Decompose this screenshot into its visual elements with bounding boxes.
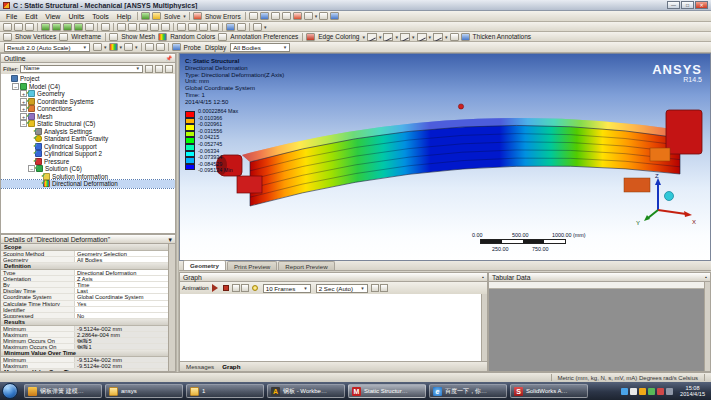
- tab-print-preview[interactable]: Print Preview: [227, 261, 277, 270]
- menu-units[interactable]: Units: [64, 13, 88, 20]
- probe-button[interactable]: Probe: [184, 44, 201, 51]
- details-value[interactable]: Time: [75, 282, 168, 287]
- show-errors-button[interactable]: Show Errors: [205, 13, 241, 20]
- face-filter-icon[interactable]: [63, 23, 72, 31]
- single-select-icon[interactable]: [25, 23, 34, 31]
- taskbar-clock[interactable]: 15:08 2014/4/15: [680, 385, 705, 397]
- extend-selection-icon[interactable]: [85, 23, 94, 31]
- selection-info-icon[interactable]: [330, 12, 339, 20]
- viewports-icon[interactable]: [237, 23, 246, 31]
- iso-ball[interactable]: [665, 192, 674, 201]
- display-select[interactable]: All Bodies▾: [230, 43, 290, 52]
- frame-forward-icon[interactable]: [241, 284, 249, 292]
- tab-graph[interactable]: Graph: [222, 363, 240, 370]
- tree-item-static-structural-c5-[interactable]: −✓Static Structural (C5): [1, 120, 175, 128]
- min-probe-icon[interactable]: [145, 43, 154, 51]
- edge-direction-icon-2[interactable]: [383, 33, 393, 41]
- coordinate-pick-icon[interactable]: [101, 23, 110, 31]
- minimize-button[interactable]: —: [667, 1, 680, 9]
- annotation-icon[interactable]: [271, 12, 280, 20]
- stop-button[interactable]: [223, 285, 229, 291]
- details-value[interactable]: -9.5124e-002 mm: [75, 326, 168, 331]
- rotate-icon[interactable]: [117, 23, 126, 31]
- show-vertices-icon[interactable]: [3, 33, 12, 41]
- details-value[interactable]: Geometry Selection: [75, 251, 168, 256]
- thicken-annotations-button[interactable]: Thicken Annotations: [473, 33, 532, 40]
- frames-select[interactable]: 10 Frames▾: [263, 284, 311, 293]
- worksheet-icon[interactable]: [319, 12, 328, 20]
- tray-icon[interactable]: [648, 388, 655, 395]
- solve-button[interactable]: Solve: [164, 13, 180, 20]
- graph-pin-icon[interactable]: ▪: [482, 273, 484, 282]
- contours-icon[interactable]: [109, 43, 118, 51]
- orientation-triad[interactable]: Z X Y: [628, 172, 698, 227]
- edge-coloring-button[interactable]: Edge Coloring: [318, 33, 359, 40]
- details-value[interactable]: All Bodies: [75, 257, 168, 262]
- view-options-icon[interactable]: [253, 23, 262, 31]
- geometry-display-icon[interactable]: [93, 43, 102, 51]
- tabular-body[interactable]: [488, 282, 711, 372]
- filter-search-icon[interactable]: [155, 65, 163, 73]
- thicken-annotations-icon[interactable]: [461, 33, 470, 41]
- tree-item-project[interactable]: Project: [1, 75, 175, 83]
- edge-direction-icon-3[interactable]: [400, 33, 410, 41]
- edge-direction-icon-4[interactable]: [417, 33, 427, 41]
- menu-file[interactable]: File: [2, 13, 21, 20]
- maximize-button[interactable]: □: [681, 1, 694, 9]
- new-section-plane-icon[interactable]: [249, 12, 258, 20]
- alert-icon[interactable]: [293, 12, 302, 20]
- taskbar-button-workbench[interactable]: A钢板 - Workbe…: [267, 384, 345, 398]
- filter-name-select[interactable]: Name▾: [20, 65, 143, 73]
- details-help-icon[interactable]: ▾: [169, 235, 172, 244]
- title-bar[interactable]: C : Static Structural - Mechanical [ANSY…: [0, 0, 711, 11]
- taskbar-button-2[interactable]: ansys: [105, 384, 183, 398]
- close-button[interactable]: ✕: [695, 1, 708, 9]
- tree-item-directional-deformation[interactable]: ✓Directional Deformation: [1, 180, 175, 188]
- zoom-in-icon[interactable]: [139, 23, 148, 31]
- show-mesh-button[interactable]: Show Mesh: [121, 33, 155, 40]
- wireframe-button[interactable]: Wireframe: [71, 33, 101, 40]
- tree-item-standard-earth-gravity[interactable]: ✓Standard Earth Gravity: [1, 135, 175, 143]
- frame-back-icon[interactable]: [232, 284, 240, 292]
- tray-icon[interactable]: [657, 388, 664, 395]
- menu-edit[interactable]: Edit: [21, 13, 41, 20]
- edge-direction-icon-1[interactable]: [367, 33, 377, 41]
- show-vertices-button[interactable]: Show Vertices: [15, 33, 56, 40]
- magnifier-icon[interactable]: [188, 23, 197, 31]
- duration-select[interactable]: 2 Sec (Auto)▾: [316, 284, 368, 293]
- details-value[interactable]: 钢板5: [75, 338, 168, 343]
- box-select-icon[interactable]: [14, 23, 23, 31]
- wireframe-icon[interactable]: [59, 33, 68, 41]
- image-dropdown-caret[interactable]: ▾: [315, 13, 318, 19]
- vertex-filter-icon[interactable]: [41, 23, 50, 31]
- previous-view-icon[interactable]: [199, 23, 208, 31]
- body-filter-icon[interactable]: [74, 23, 83, 31]
- refresh-icon[interactable]: [141, 12, 150, 20]
- details-value[interactable]: Z Axis: [75, 276, 168, 281]
- edge-coloring-caret[interactable]: ▾: [362, 34, 365, 40]
- tray-icon[interactable]: [621, 388, 628, 395]
- details-value[interactable]: 2.2864e-004 mm: [75, 332, 168, 337]
- tree-item-analysis-settings[interactable]: ✓Analysis Settings: [1, 128, 175, 136]
- edges-display-icon[interactable]: [124, 43, 133, 51]
- select-mode-icon[interactable]: [3, 23, 12, 31]
- right-eye-support[interactable]: [666, 110, 702, 154]
- annotation-preferences-button[interactable]: Annotation Preferences: [230, 33, 298, 40]
- tab-messages[interactable]: Messages: [186, 363, 214, 370]
- details-scrollbar[interactable]: [168, 244, 175, 371]
- solve-icon[interactable]: [152, 12, 161, 20]
- next-view-icon[interactable]: [210, 23, 219, 31]
- taskbar-button-1[interactable]: 钢板弹簧 建模…: [24, 384, 102, 398]
- tree-item-pressure[interactable]: ✓Pressure: [1, 158, 175, 166]
- label-icon[interactable]: [282, 12, 291, 20]
- menu-view[interactable]: View: [41, 13, 64, 20]
- probe-icon[interactable]: [172, 43, 181, 51]
- tray-icon[interactable]: [666, 388, 673, 395]
- image-capture-icon[interactable]: [304, 12, 313, 20]
- outline-pin-icon[interactable]: 📌: [166, 54, 172, 63]
- details-value[interactable]: Global Coordinate System: [75, 294, 168, 299]
- reset-edges-icon[interactable]: [450, 33, 459, 41]
- graph-plot-area[interactable]: [179, 294, 488, 362]
- pan-icon[interactable]: [128, 23, 137, 31]
- random-colors-icon[interactable]: [158, 33, 167, 41]
